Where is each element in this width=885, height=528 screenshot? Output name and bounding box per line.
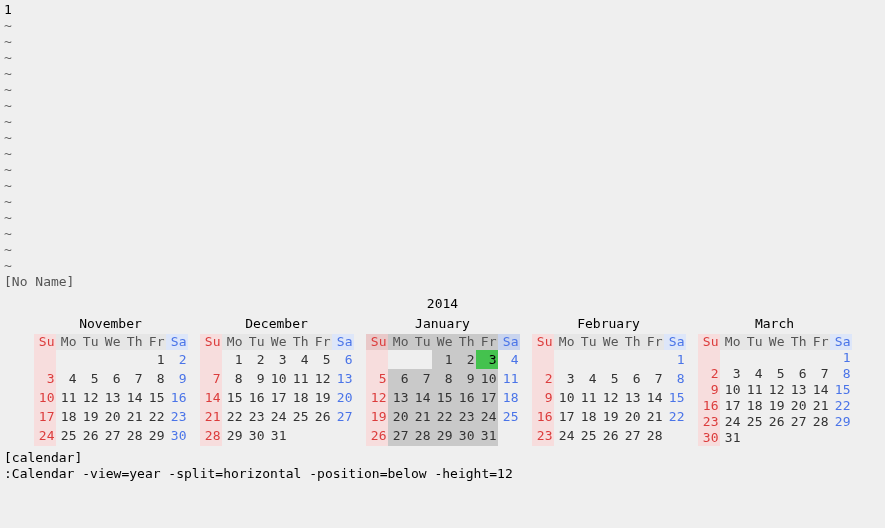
day-cell[interactable]: 14 <box>808 382 830 398</box>
day-cell[interactable]: 25 <box>56 427 78 446</box>
day-cell[interactable]: 26 <box>598 427 620 446</box>
day-cell[interactable]: 14 <box>642 388 664 407</box>
day-cell[interactable]: 6 <box>620 369 642 388</box>
day-cell[interactable]: 15 <box>222 388 244 407</box>
day-cell[interactable]: 27 <box>620 427 642 446</box>
day-cell[interactable]: 8 <box>830 366 852 382</box>
day-cell[interactable]: 25 <box>498 408 520 427</box>
day-cell[interactable]: 14 <box>410 388 432 407</box>
day-cell[interactable]: 7 <box>410 369 432 388</box>
day-cell[interactable]: 4 <box>742 366 764 382</box>
day-cell[interactable]: 26 <box>78 427 100 446</box>
day-cell[interactable]: 28 <box>410 427 432 446</box>
day-cell[interactable]: 22 <box>830 398 852 414</box>
day-cell[interactable]: 1 <box>432 350 454 369</box>
day-cell[interactable]: 9 <box>166 369 188 388</box>
day-cell[interactable]: 29 <box>830 414 852 430</box>
day-cell[interactable]: 19 <box>78 408 100 427</box>
day-cell[interactable]: 2 <box>166 350 188 369</box>
day-cell[interactable]: 7 <box>122 369 144 388</box>
day-cell[interactable]: 23 <box>532 427 554 446</box>
day-cell[interactable]: 6 <box>100 369 122 388</box>
day-cell[interactable]: 4 <box>288 350 310 369</box>
day-cell[interactable]: 20 <box>332 388 354 407</box>
day-cell[interactable]: 29 <box>432 427 454 446</box>
day-cell[interactable]: 15 <box>664 388 686 407</box>
day-cell[interactable]: 7 <box>808 366 830 382</box>
day-cell[interactable]: 2 <box>244 350 266 369</box>
day-cell[interactable]: 3 <box>720 366 742 382</box>
day-cell[interactable]: 16 <box>244 388 266 407</box>
day-cell[interactable]: 7 <box>200 369 222 388</box>
day-cell[interactable]: 20 <box>786 398 808 414</box>
day-cell[interactable]: 27 <box>100 427 122 446</box>
day-cell[interactable]: 30 <box>244 427 266 446</box>
day-cell[interactable]: 10 <box>476 369 498 388</box>
day-cell[interactable]: 12 <box>764 382 786 398</box>
day-cell[interactable]: 17 <box>266 388 288 407</box>
day-cell[interactable]: 17 <box>720 398 742 414</box>
day-cell[interactable]: 10 <box>720 382 742 398</box>
day-cell[interactable]: 14 <box>122 388 144 407</box>
day-cell[interactable]: 19 <box>598 408 620 427</box>
day-cell[interactable]: 8 <box>144 369 166 388</box>
day-cell[interactable]: 22 <box>144 408 166 427</box>
day-cell[interactable]: 9 <box>532 388 554 407</box>
day-cell[interactable]: 11 <box>56 388 78 407</box>
day-cell[interactable]: 25 <box>288 408 310 427</box>
day-cell[interactable]: 21 <box>410 408 432 427</box>
day-cell[interactable]: 11 <box>288 369 310 388</box>
day-cell[interactable]: 17 <box>476 388 498 407</box>
day-cell[interactable]: 10 <box>266 369 288 388</box>
day-cell[interactable]: 10 <box>554 388 576 407</box>
day-cell[interactable]: 23 <box>698 414 720 430</box>
day-cell[interactable]: 5 <box>78 369 100 388</box>
day-cell[interactable]: 18 <box>498 388 520 407</box>
day-cell[interactable]: 18 <box>288 388 310 407</box>
day-cell[interactable]: 28 <box>642 427 664 446</box>
day-cell[interactable]: 27 <box>332 408 354 427</box>
day-cell[interactable]: 19 <box>310 388 332 407</box>
day-cell[interactable]: 21 <box>642 408 664 427</box>
day-cell[interactable]: 6 <box>388 369 410 388</box>
day-cell[interactable]: 6 <box>786 366 808 382</box>
day-cell[interactable]: 26 <box>764 414 786 430</box>
day-cell[interactable]: 9 <box>244 369 266 388</box>
day-cell[interactable]: 13 <box>620 388 642 407</box>
day-cell[interactable]: 19 <box>366 408 388 427</box>
day-cell[interactable]: 23 <box>454 408 476 427</box>
day-cell[interactable]: 2 <box>698 366 720 382</box>
day-cell[interactable]: 11 <box>576 388 598 407</box>
day-cell[interactable]: 25 <box>742 414 764 430</box>
day-cell[interactable]: 3 <box>476 350 498 369</box>
day-cell[interactable]: 3 <box>554 369 576 388</box>
day-cell[interactable]: 18 <box>576 408 598 427</box>
day-cell[interactable]: 28 <box>808 414 830 430</box>
day-cell[interactable]: 16 <box>698 398 720 414</box>
day-cell[interactable]: 17 <box>34 408 56 427</box>
day-cell[interactable]: 8 <box>432 369 454 388</box>
day-cell[interactable]: 24 <box>554 427 576 446</box>
day-cell[interactable]: 16 <box>532 408 554 427</box>
day-cell[interactable]: 2 <box>532 369 554 388</box>
day-cell[interactable]: 14 <box>200 388 222 407</box>
month-november[interactable]: NovemberSuMoTuWeThFrSa123456789101112131… <box>34 316 188 446</box>
command-line[interactable]: :Calendar -view=year -split=horizontal -… <box>4 466 881 482</box>
day-cell[interactable]: 28 <box>122 427 144 446</box>
editor-buffer[interactable]: 1 ~ ~ ~ ~ ~ ~ ~ ~ ~ ~ ~ ~ ~ ~ ~ ~ [No Na… <box>0 0 885 290</box>
day-cell[interactable]: 23 <box>166 408 188 427</box>
month-march[interactable]: MarchSuMoTuWeThFrSa123456789101112131415… <box>698 316 852 446</box>
day-cell[interactable]: 13 <box>332 369 354 388</box>
day-cell[interactable]: 12 <box>310 369 332 388</box>
day-cell[interactable]: 15 <box>432 388 454 407</box>
day-cell[interactable]: 1 <box>144 350 166 369</box>
day-cell[interactable]: 12 <box>78 388 100 407</box>
day-cell[interactable]: 29 <box>144 427 166 446</box>
day-cell[interactable]: 20 <box>100 408 122 427</box>
month-january[interactable]: JanuarySuMoTuWeThFrSa1234567891011121314… <box>366 316 520 446</box>
day-cell[interactable]: 22 <box>432 408 454 427</box>
day-cell[interactable]: 3 <box>34 369 56 388</box>
day-cell[interactable]: 5 <box>310 350 332 369</box>
day-cell[interactable]: 19 <box>764 398 786 414</box>
day-cell[interactable]: 4 <box>576 369 598 388</box>
